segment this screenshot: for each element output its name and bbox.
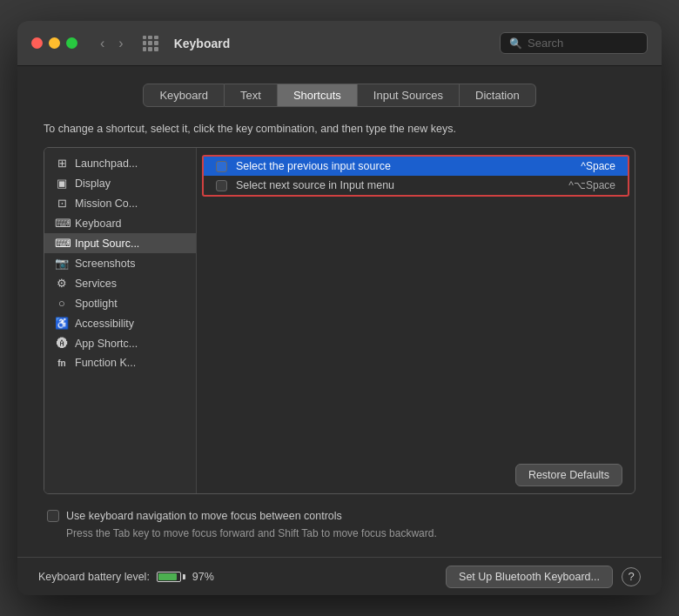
bottom-section: Use keyboard navigation to move focus be…: [44, 510, 635, 539]
sidebar-item-label: Accessibility: [75, 318, 134, 330]
titlebar: ‹ › Keyboard 🔍: [17, 21, 662, 66]
main-panel: ⊞ Launchpad... ▣ Display ⊡ Mission Co...…: [44, 147, 635, 494]
close-button[interactable]: [31, 37, 43, 49]
sidebar-item-services[interactable]: ⚙ Services: [44, 273, 196, 293]
sidebar-item-app-shortcuts[interactable]: 🅐 App Shortc...: [44, 333, 196, 353]
sidebar-item-label: Display: [75, 177, 111, 190]
window-title: Keyboard: [174, 37, 489, 50]
instruction-text: To change a shortcut, select it, click t…: [44, 123, 635, 135]
keyboard-icon: ⌨: [55, 217, 69, 230]
tab-dictation[interactable]: Dictation: [460, 84, 536, 107]
sidebar-item-spotlight[interactable]: ○ Spotlight: [44, 293, 196, 313]
sidebar-item-label: Keyboard: [75, 218, 122, 230]
launchpad-icon: ⊞: [55, 157, 69, 170]
tab-input-sources[interactable]: Input Sources: [358, 84, 460, 107]
shortcut-row-prev-input[interactable]: Select the previous input source ^Space: [204, 157, 628, 176]
sidebar-item-accessibility[interactable]: ♿ Accessibility: [44, 313, 196, 333]
sidebar-item-label: Screenshots: [75, 258, 135, 270]
shortcut-label-next: Select next source in Input menu: [236, 179, 560, 191]
shortcut-row-next-input[interactable]: Select next source in Input menu ^⌥Space: [204, 176, 628, 195]
sidebar-item-label: App Shortc...: [75, 338, 138, 350]
battery-pct: 97%: [192, 571, 214, 583]
sidebar-item-label: Input Sourc...: [75, 238, 139, 250]
content-area: Keyboard Text Shortcuts Input Sources Di…: [17, 66, 662, 557]
battery-tip: [183, 574, 185, 579]
minimize-button[interactable]: [49, 37, 60, 49]
nav-keyboard-desc: Press the Tab key to move focus forward …: [66, 527, 632, 539]
shortcut-checkbox-next[interactable]: [216, 180, 227, 191]
mission-control-icon: ⊡: [55, 197, 69, 210]
display-icon: ▣: [55, 177, 69, 190]
search-icon: 🔍: [509, 37, 522, 50]
shortcut-list: Select the previous input source ^Space …: [197, 148, 635, 455]
sidebar-item-launchpad[interactable]: ⊞ Launchpad...: [44, 153, 196, 173]
shortcut-label-prev: Select the previous input source: [236, 160, 572, 172]
restore-defaults-button[interactable]: Restore Defaults: [515, 464, 622, 486]
spotlight-icon: ○: [55, 297, 69, 310]
search-bar[interactable]: 🔍: [500, 32, 648, 54]
screenshots-icon: 📷: [55, 257, 69, 270]
tab-text[interactable]: Text: [225, 84, 278, 107]
shortcuts-panel: Select the previous input source ^Space …: [197, 148, 635, 493]
sidebar-item-display[interactable]: ▣ Display: [44, 173, 196, 193]
shortcut-key-prev: ^Space: [581, 160, 615, 172]
sidebar-item-screenshots[interactable]: 📷 Screenshots: [44, 253, 196, 273]
sidebar-item-label: Function K...: [75, 357, 136, 369]
help-button[interactable]: ?: [622, 567, 641, 586]
accessibility-icon: ♿: [55, 317, 69, 330]
battery-body: [157, 572, 181, 582]
input-sources-icon: ⌨: [55, 237, 69, 250]
grid-icon[interactable]: [143, 36, 158, 51]
sidebar-item-keyboard[interactable]: ⌨ Keyboard: [44, 213, 196, 233]
sidebar-item-label: Mission Co...: [75, 198, 138, 210]
sidebar-item-label: Spotlight: [75, 298, 118, 310]
maximize-button[interactable]: [66, 37, 77, 49]
shortcut-checkbox-prev[interactable]: [216, 161, 227, 172]
sidebar: ⊞ Launchpad... ▣ Display ⊡ Mission Co...…: [44, 148, 197, 493]
traffic-lights: [31, 37, 77, 49]
tabs-row: Keyboard Text Shortcuts Input Sources Di…: [44, 84, 635, 107]
sidebar-item-label: Services: [75, 278, 117, 290]
status-buttons: Set Up Bluetooth Keyboard... ?: [446, 566, 641, 588]
back-button[interactable]: ‹: [95, 34, 110, 53]
nav-keyboard-checkbox[interactable]: [47, 510, 59, 522]
nav-keyboard-label: Use keyboard navigation to move focus be…: [66, 510, 342, 522]
battery-row: Keyboard battery level: 97%: [38, 571, 446, 583]
sidebar-item-mission-control[interactable]: ⊡ Mission Co...: [44, 193, 196, 213]
battery-fill: [158, 573, 178, 580]
sidebar-item-label: Launchpad...: [75, 157, 138, 170]
keyboard-window: ‹ › Keyboard 🔍 Keyboard Text Shortcuts I…: [17, 21, 662, 595]
status-bar: Keyboard battery level: 97% Set Up Bluet…: [17, 557, 662, 595]
sidebar-item-function-keys[interactable]: fn Function K...: [44, 353, 196, 372]
battery-icon: [157, 572, 185, 582]
shortcut-key-next: ^⌥Space: [568, 179, 615, 191]
nav-buttons: ‹ ›: [95, 34, 129, 53]
restore-row: Restore Defaults: [197, 455, 635, 493]
battery-label: Keyboard battery level:: [38, 571, 150, 583]
search-input[interactable]: [528, 37, 638, 50]
nav-checkbox-row: Use keyboard navigation to move focus be…: [47, 510, 632, 522]
sidebar-item-input-sources[interactable]: ⌨ Input Sourc...: [44, 233, 196, 253]
services-icon: ⚙: [55, 277, 69, 290]
shortcut-group-outlined: Select the previous input source ^Space …: [202, 155, 629, 197]
tab-shortcuts[interactable]: Shortcuts: [278, 84, 358, 107]
tab-keyboard[interactable]: Keyboard: [143, 84, 225, 107]
bluetooth-setup-button[interactable]: Set Up Bluetooth Keyboard...: [446, 566, 613, 588]
forward-button[interactable]: ›: [113, 34, 128, 53]
function-keys-icon: fn: [55, 358, 69, 368]
app-shortcuts-icon: 🅐: [55, 337, 69, 350]
